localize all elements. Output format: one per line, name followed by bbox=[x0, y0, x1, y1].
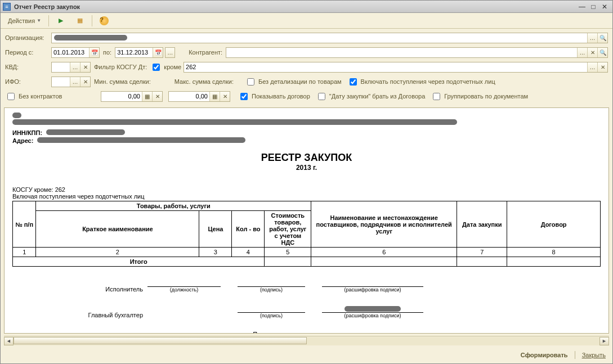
sum1-clear-button[interactable]: ✕ bbox=[152, 92, 162, 101]
show-contract-label: Показывать договор bbox=[252, 93, 310, 100]
app-icon: ≡ bbox=[3, 3, 11, 11]
krome-label: кроме bbox=[164, 64, 181, 70]
th-npp: № п/п bbox=[13, 201, 36, 248]
date-from-calendar-button[interactable]: 📅 bbox=[89, 48, 99, 57]
org-field[interactable]: … 🔍 bbox=[51, 33, 608, 43]
total-label: Итого bbox=[13, 257, 265, 267]
org-label: Организация: bbox=[5, 34, 51, 41]
krome-checkbox[interactable]: кроме bbox=[150, 62, 181, 73]
window-title: Отчет Реестр закупок bbox=[14, 3, 576, 10]
date-to-input[interactable] bbox=[115, 48, 153, 57]
counterparty-clear-button[interactable]: ✕ bbox=[587, 48, 597, 57]
ifo-lookup-button[interactable]: … bbox=[70, 77, 80, 87]
scroll-thumb[interactable] bbox=[14, 337, 307, 344]
kvd-field[interactable]: … ✕ bbox=[51, 62, 91, 73]
no-contracts-label: Без контрактов bbox=[19, 93, 62, 100]
colnum: 3 bbox=[199, 248, 232, 257]
counterparty-lookup-button[interactable]: … bbox=[577, 48, 587, 57]
date-to-calendar-button[interactable]: 📅 bbox=[153, 48, 163, 57]
kosgu-clear-button[interactable]: ✕ bbox=[597, 62, 607, 72]
counterparty-field[interactable]: … ✕ 🔍 bbox=[226, 47, 608, 58]
address-label: Адрес: bbox=[12, 137, 33, 144]
period-to-label: по: bbox=[100, 49, 115, 56]
counterparty-search-button[interactable]: 🔍 bbox=[597, 48, 607, 57]
period-picker-button[interactable]: … bbox=[165, 47, 175, 58]
show-contract-checkbox[interactable]: Показывать договор bbox=[238, 91, 310, 102]
colnum: 2 bbox=[36, 248, 199, 257]
close-link[interactable]: Закрыть bbox=[582, 352, 606, 358]
play-icon: ▶ bbox=[56, 16, 65, 25]
help-button[interactable]: ? bbox=[96, 15, 113, 27]
date-from-input[interactable] bbox=[52, 48, 89, 57]
colnum: 6 bbox=[311, 248, 457, 257]
report-subtitle: 2013 г. bbox=[12, 164, 601, 172]
executor-label: Исполнитель bbox=[12, 286, 147, 293]
org-lookup-button[interactable]: … bbox=[587, 33, 597, 43]
ifo-field[interactable]: … ✕ bbox=[51, 77, 91, 87]
register-table: № п/п Товары, работы, услуги Наименовани… bbox=[12, 201, 601, 267]
signature-caption2: (подпись) bbox=[238, 313, 305, 318]
include-line: Включая поступления через подотчетных ли… bbox=[12, 193, 601, 200]
sum1-field[interactable]: ▦ ✕ bbox=[101, 91, 163, 102]
colnum: 4 bbox=[232, 248, 265, 257]
no-detail-label: Без детализации по товарам bbox=[258, 78, 342, 85]
inn-kpp-label: ИНН/КПП: bbox=[12, 129, 42, 136]
toolbar-settings-button[interactable]: ▦ bbox=[71, 15, 88, 27]
scroll-left-button[interactable]: ◄ bbox=[4, 337, 14, 345]
generate-button[interactable]: Сформировать bbox=[521, 352, 568, 358]
kvd-clear-button[interactable]: ✕ bbox=[80, 62, 90, 72]
org-input[interactable] bbox=[52, 33, 587, 43]
sum2-clear-button[interactable]: ✕ bbox=[220, 92, 230, 101]
maximize-button[interactable]: □ bbox=[588, 2, 599, 11]
date-from-field[interactable]: 📅 bbox=[51, 47, 100, 58]
counterparty-input[interactable] bbox=[226, 48, 577, 57]
sum2-input[interactable] bbox=[169, 92, 209, 101]
th-name: Краткое наименование bbox=[36, 211, 199, 248]
include-advance-checkbox[interactable]: Включать поступления через подотчетных л… bbox=[347, 77, 495, 87]
sum2-field[interactable]: ▦ ✕ bbox=[168, 91, 230, 102]
scroll-right-button[interactable]: ► bbox=[599, 337, 609, 345]
kosgu-input[interactable] bbox=[184, 62, 587, 72]
actions-menu[interactable]: Действия ▼ bbox=[4, 15, 45, 27]
ifo-input[interactable] bbox=[52, 77, 70, 87]
period-label: Период с: bbox=[5, 49, 51, 56]
ifo-clear-button[interactable]: ✕ bbox=[80, 77, 90, 87]
close-button[interactable]: ✕ bbox=[599, 2, 610, 11]
report-preview[interactable]: ИНН/КПП: Адрес: РЕЕСТР ЗАКУПОК 2013 г. К… bbox=[4, 107, 609, 334]
org-search-button[interactable]: 🔍 bbox=[597, 33, 607, 43]
sum1-input[interactable] bbox=[101, 92, 142, 101]
scroll-track[interactable] bbox=[14, 337, 599, 345]
calendar-icon: 📅 bbox=[91, 50, 98, 56]
kvd-input[interactable] bbox=[52, 62, 70, 72]
date-to-field[interactable]: 📅 bbox=[115, 47, 163, 58]
date-from-contract-checkbox[interactable]: "Дату закупки" брать из Договора bbox=[316, 91, 425, 102]
no-detail-checkbox[interactable]: Без детализации по товарам bbox=[245, 77, 342, 87]
th-price: Цена bbox=[199, 211, 232, 248]
no-contracts-checkbox[interactable]: Без контрактов bbox=[5, 91, 95, 102]
dropdown-icon: ▼ bbox=[37, 18, 41, 23]
decoded-caption: (расшифровка подписи) bbox=[322, 287, 423, 293]
colnum: 1 bbox=[13, 248, 36, 257]
minimize-button[interactable]: — bbox=[576, 2, 588, 11]
group-by-docs-checkbox[interactable]: Группировать по документам bbox=[431, 91, 528, 102]
kvd-lookup-button[interactable]: … bbox=[70, 62, 80, 72]
calendar-icon: 📅 bbox=[155, 50, 162, 56]
kosgu-lookup-button[interactable]: … bbox=[587, 62, 597, 72]
toolbar-run-button[interactable]: ▶ bbox=[52, 15, 69, 27]
th-supplier: Наименование и местонахождение поставщик… bbox=[311, 201, 457, 248]
sum2-calc-button[interactable]: ▦ bbox=[209, 92, 220, 101]
th-cost: Стоимость товаров, работ, услуг с учетом… bbox=[265, 211, 311, 248]
sum1-calc-button[interactable]: ▦ bbox=[142, 92, 152, 101]
attachment-post: листах bbox=[341, 331, 360, 334]
kosgu-field[interactable]: … ✕ bbox=[184, 62, 608, 73]
th-qty: Кол - во bbox=[232, 211, 265, 248]
group-by-docs-label: Группировать по документам bbox=[444, 93, 528, 100]
date-from-contract-label: "Дату закупки" брать из Договора bbox=[329, 93, 425, 100]
th-contract: Договор bbox=[507, 201, 601, 248]
min-sum-label: Мин. сумма сделки: bbox=[91, 78, 154, 85]
th-date: Дата закупки bbox=[457, 201, 507, 248]
ifo-label: ИФО: bbox=[5, 78, 51, 85]
help-icon: ? bbox=[100, 16, 109, 25]
kosgu-filter-label: Фильтр КОСГУ Дт: bbox=[91, 64, 150, 70]
settings-icon: ▦ bbox=[75, 16, 84, 25]
